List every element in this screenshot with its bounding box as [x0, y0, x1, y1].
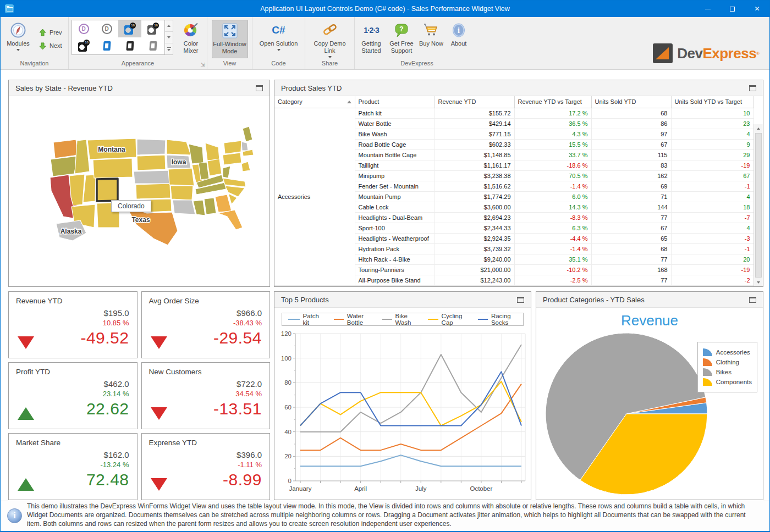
state-oregon[interactable]: [51, 156, 78, 176]
state-utah[interactable]: [83, 175, 96, 202]
state-new-jersey[interactable]: [241, 162, 250, 171]
copy-demo-link-button[interactable]: Copy Demo Link: [310, 20, 350, 58]
buy-now-button[interactable]: Buy Now: [417, 20, 446, 58]
skin-circle-gray-icon: D: [102, 24, 112, 34]
about-button[interactable]: i About: [446, 20, 472, 58]
kpi-percent: -1.11 %: [223, 461, 262, 469]
state-alabama[interactable]: [204, 198, 216, 214]
cell-units: 71: [591, 191, 671, 202]
kpi-card-new-customers[interactable]: New Customers$722.034.54 %-13.51: [141, 362, 271, 429]
kpi-title: New Customers: [149, 368, 202, 376]
widget-product-categories[interactable]: Product Categories - YTD Sales Revenue A…: [536, 291, 763, 500]
state-new-hampshire[interactable]: [241, 142, 248, 151]
skin-office-2016-colorful[interactable]: 16: [118, 20, 141, 37]
maximize-widget-button[interactable]: [256, 85, 263, 91]
column-header-category[interactable]: Category: [274, 96, 355, 108]
scroll-up-button[interactable]: [754, 124, 763, 132]
kpi-card-avg-order-size[interactable]: Avg Order Size$966.0-38.43 %-29.54: [141, 291, 271, 358]
gallery-scroll-down-button[interactable]: [165, 32, 173, 43]
sort-ascending-icon: [347, 101, 351, 103]
gallery-scroll-up-button[interactable]: [165, 20, 173, 32]
trend-down-icon: [18, 336, 34, 349]
state-maine[interactable]: [243, 126, 252, 142]
state-wisconsin[interactable]: [189, 144, 204, 164]
state-ohio[interactable]: [207, 159, 222, 176]
state-nebraska[interactable]: [134, 170, 169, 184]
kpi-card-profit-ytd[interactable]: Profit YTD$462.023.14 %22.62: [8, 362, 138, 429]
skin-circle-purple[interactable]: D: [72, 20, 95, 37]
state-florida[interactable]: [218, 210, 243, 230]
scrollbar-thumb[interactable]: [755, 133, 762, 278]
cell-revenue-vs-target: 17.2 %: [514, 108, 591, 118]
widget-top-5-products[interactable]: Top 5 Products Patch kitWater BottleBike…: [274, 291, 531, 500]
grid-scrollbar[interactable]: [754, 124, 763, 286]
state-north-carolina[interactable]: [225, 186, 245, 197]
maximize-widget-button[interactable]: [749, 85, 756, 91]
color-mixer-button[interactable]: Color Mixer: [177, 20, 205, 58]
table-row[interactable]: AccessoriesPatch kit$155.7217.2 %6810: [274, 108, 754, 118]
skin-office-2016-black[interactable]: 16: [72, 37, 95, 54]
kpi-title: Profit YTD: [16, 368, 50, 376]
cell-units-vs-target: 67: [671, 170, 754, 181]
minimize-button[interactable]: [695, 1, 720, 17]
skin-circle-gray[interactable]: D: [95, 20, 118, 37]
kpi-card-revenue-ytd[interactable]: Revenue YTD$195.010.85 %-49.52: [8, 291, 138, 358]
state-north-dakota[interactable]: [137, 139, 166, 155]
state-west-virginia[interactable]: [223, 166, 230, 178]
state-indiana[interactable]: [199, 162, 209, 180]
state-washington[interactable]: [53, 140, 78, 158]
skin-office-2016-dark[interactable]: 16: [141, 20, 164, 37]
logo-text-dev: Dev: [677, 45, 702, 62]
maximize-widget-button[interactable]: [749, 297, 756, 303]
state-new-york[interactable]: [224, 141, 241, 154]
column-header-units-vs-target[interactable]: Units Sold YTD vs Target: [671, 96, 754, 108]
maximize-button[interactable]: [720, 1, 745, 17]
getting-started-button[interactable]: 1·2·3 Getting Started: [356, 20, 386, 58]
state-minnesota[interactable]: [167, 140, 191, 155]
state-michigan[interactable]: [205, 143, 219, 160]
column-header-revenue-vs-target[interactable]: Revenue YTD vs Target: [514, 96, 591, 108]
state-virginia[interactable]: [223, 178, 246, 187]
kpi-card-exprense-ytd[interactable]: Exprense YTD$396.0-1.11 %-8.99: [141, 433, 271, 500]
group-label-appearance: Appearance ⇲: [69, 60, 207, 69]
gallery-dropdown-button[interactable]: [165, 43, 173, 54]
state-colorado-selected[interactable]: [97, 179, 118, 201]
modules-button[interactable]: Modules: [2, 20, 34, 58]
cell-revenue: $1,161.17: [435, 160, 514, 170]
legend-line-icon: [478, 319, 487, 320]
widget-product-sales[interactable]: Product Sales YTD Category Product Reven…: [274, 80, 763, 287]
cell-units-vs-target: -19: [671, 264, 754, 275]
open-solution-button[interactable]: C# Open Solution: [257, 20, 301, 58]
maximize-widget-button[interactable]: [517, 297, 524, 303]
column-header-units-sold[interactable]: Units Sold YTD: [591, 96, 671, 108]
skin-office-blue[interactable]: [95, 37, 118, 54]
widget-title: Product Categories - YTD Sales: [543, 296, 749, 304]
column-header-product[interactable]: Product: [355, 96, 435, 108]
dialog-launcher-icon[interactable]: ⇲: [201, 62, 205, 68]
state-wyoming[interactable]: [93, 158, 133, 178]
state-missouri[interactable]: [168, 168, 194, 186]
get-free-support-button[interactable]: ? Get Free Support: [386, 20, 417, 58]
scroll-down-button[interactable]: [754, 278, 763, 286]
next-button[interactable]: Next: [36, 39, 67, 52]
state-kansas[interactable]: [136, 184, 170, 199]
prev-button[interactable]: Prev: [36, 26, 67, 39]
skin-office-black[interactable]: [118, 37, 141, 54]
pie-swatch-icon: [703, 348, 712, 356]
kpi-card-market-share[interactable]: Market Share$162.0-13.24 %72.48: [8, 433, 138, 500]
full-window-mode-button[interactable]: Full-Window Mode: [212, 20, 248, 58]
kpi-percent: 34.54 %: [213, 390, 262, 398]
close-button[interactable]: ✕: [745, 1, 769, 17]
skin-office-black-icon: [126, 41, 134, 51]
state-south-dakota[interactable]: [137, 155, 166, 170]
column-header-revenue-ytd[interactable]: Revenue YTD: [435, 96, 514, 108]
state-louisiana[interactable]: [173, 200, 195, 214]
skin-office-blue-icon: [103, 41, 111, 51]
state-pennsylvania[interactable]: [223, 153, 241, 165]
one-two-three-icon: 1·2·3: [363, 22, 380, 38]
state-arkansas[interactable]: [170, 186, 193, 200]
skin-office-gray[interactable]: [141, 37, 164, 54]
state-nevada[interactable]: [69, 174, 85, 206]
widget-sales-by-state[interactable]: Sales by State - Revenue YTD: [8, 80, 270, 287]
state-idaho[interactable]: [75, 140, 90, 174]
